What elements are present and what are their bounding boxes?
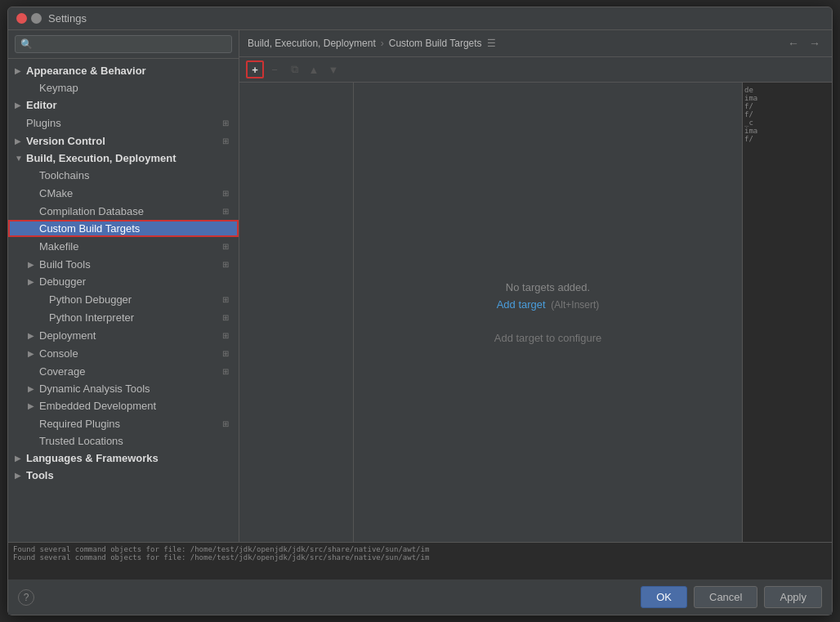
sidebar-item-label: Makefile [39,240,219,253]
sidebar-item-label: Python Debugger [49,293,219,306]
minimize-button[interactable] [31,13,42,24]
content-area: No targets added. Add target (Alt+Insert… [239,83,832,542]
breadcrumb-menu-icon[interactable]: ☰ [487,38,496,49]
right-panel: Build, Execution, Deployment › Custom Bu… [239,30,832,542]
sidebar-item-label: Compilation Database [39,205,219,217]
terminal-side-line: f/ [744,102,830,110]
sidebar-item-languages[interactable]: ▶ Languages & Frameworks [8,450,239,467]
cancel-button[interactable]: Cancel [694,586,757,608]
expand-icon: ⊞ [219,311,232,324]
arrow-icon: ▶ [28,401,39,410]
arrow-icon: ▶ [15,66,26,75]
sidebar-item-label: Required Plugins [39,418,219,430]
close-button[interactable] [16,13,27,24]
configure-text: Add target to configure [494,332,602,344]
bottom-bar: Found several command objects for file: … [8,542,832,615]
arrow-icon: ▶ [15,101,26,110]
sidebar-item-tools[interactable]: ▶ Tools [8,467,239,484]
copy-target-button[interactable]: ⧉ [285,60,303,78]
forward-button[interactable]: → [806,35,824,51]
breadcrumb-current: Custom Build Targets [389,38,482,49]
sidebar-item-label: Deployment [39,329,219,342]
dialog-title: Settings [48,12,87,25]
sidebar-item-label: Python Interpreter [49,311,219,324]
back-button[interactable]: ← [784,35,802,51]
sidebar-item-plugins[interactable]: Plugins ⊞ [8,114,239,132]
sidebar-item-cmake[interactable]: CMake ⊞ [8,184,239,202]
ok-button[interactable]: OK [641,586,687,608]
sidebar-item-dynamic-analysis[interactable]: ▶ Dynamic Analysis Tools [8,380,239,397]
sidebar-item-appearance[interactable]: ▶ Appearance & Behavior [8,62,239,79]
help-button[interactable]: ? [18,589,34,606]
arrow-icon: ▶ [28,349,39,358]
search-input[interactable] [15,35,232,53]
sidebar-item-compilation-db[interactable]: Compilation Database ⊞ [8,202,239,220]
sidebar: ▶ Appearance & Behavior Keymap ▶ Editor … [8,30,239,542]
terminal-side: de ima f/ f/ _c ima f/ [742,83,832,542]
expand-icon: ⊞ [219,417,232,430]
nav-list: ▶ Appearance & Behavior Keymap ▶ Editor … [8,59,239,542]
sidebar-item-label: Version Control [26,135,219,147]
expand-icon: ⊞ [219,365,232,378]
arrow-icon: ▶ [15,454,26,463]
breadcrumb-parent: Build, Execution, Deployment [248,38,376,49]
sidebar-item-custom-build-targets[interactable]: Custom Build Targets [8,220,239,237]
arrow-icon: ▶ [28,260,39,269]
sidebar-item-label: Plugins [26,117,219,129]
sidebar-item-label: Dynamic Analysis Tools [39,383,232,395]
sidebar-item-build-tools[interactable]: ▶ Build Tools ⊞ [8,255,239,273]
sidebar-item-build-exec[interactable]: ▼ Build, Execution, Deployment [8,150,239,167]
expand-icon: ⊞ [219,257,232,271]
sidebar-item-label: Debugger [39,275,232,288]
sidebar-item-keymap[interactable]: Keymap [8,79,239,96]
sidebar-item-makefile[interactable]: Makefile ⊞ [8,237,239,255]
expand-icon: ⊞ [219,293,232,306]
sidebar-item-debugger[interactable]: ▶ Debugger [8,273,239,290]
sidebar-item-label: Build Tools [39,258,219,271]
terminal-strip: Found several command objects for file: … [8,543,832,579]
remove-target-button[interactable]: − [266,60,284,78]
window-controls [16,13,42,24]
no-targets-text: No targets added. [506,281,590,293]
expand-icon: ⊞ [219,116,232,129]
sidebar-item-python-interpreter[interactable]: Python Interpreter ⊞ [8,308,239,326]
sidebar-item-editor[interactable]: ▶ Editor [8,96,239,114]
sidebar-item-label: CMake [39,187,219,199]
main-content: ▶ Appearance & Behavior Keymap ▶ Editor … [8,30,832,542]
sidebar-item-python-debugger[interactable]: Python Debugger ⊞ [8,290,239,308]
add-target-button[interactable]: + [246,60,264,78]
expand-icon: ⊞ [219,239,232,253]
center-panel: No targets added. Add target (Alt+Insert… [354,83,742,542]
terminal-side-line: f/ [744,110,830,119]
sidebar-item-toolchains[interactable]: Toolchains [8,167,239,184]
expand-icon: ⊞ [219,329,232,342]
terminal-line: Found several command objects for file: … [13,553,827,562]
terminal-line: Found several command objects for file: … [13,545,827,553]
sidebar-item-version-control[interactable]: ▶ Version Control ⊞ [8,132,239,150]
expand-icon: ⊞ [219,134,232,147]
terminal-side-line: _c [744,119,830,127]
sidebar-item-label: Keymap [39,82,232,94]
add-target-hint: (Alt+Insert) [551,299,599,311]
apply-button[interactable]: Apply [764,586,822,608]
targets-list [239,83,354,542]
move-up-button[interactable]: ▲ [305,60,323,78]
arrow-icon: ▶ [28,384,39,393]
sidebar-item-console[interactable]: ▶ Console ⊞ [8,344,239,362]
expand-icon: ⊞ [219,204,232,217]
title-bar: Settings [8,7,832,30]
breadcrumb-separator: › [381,38,384,49]
terminal-side-line: ima [744,94,830,102]
terminal-side-line: de [744,86,830,94]
sidebar-item-required-plugins[interactable]: Required Plugins ⊞ [8,414,239,432]
sidebar-item-label: Tools [26,469,232,481]
sidebar-item-coverage[interactable]: Coverage ⊞ [8,362,239,380]
sidebar-item-deployment[interactable]: ▶ Deployment ⊞ [8,326,239,344]
sidebar-item-label: Languages & Frameworks [26,452,232,464]
sidebar-item-label: Trusted Locations [39,435,232,447]
sidebar-item-embedded-dev[interactable]: ▶ Embedded Development [8,397,239,414]
add-target-link[interactable]: Add target [497,298,546,311]
sidebar-item-trusted-locations[interactable]: Trusted Locations [8,432,239,450]
search-box [8,30,239,59]
move-down-button[interactable]: ▼ [324,60,342,78]
